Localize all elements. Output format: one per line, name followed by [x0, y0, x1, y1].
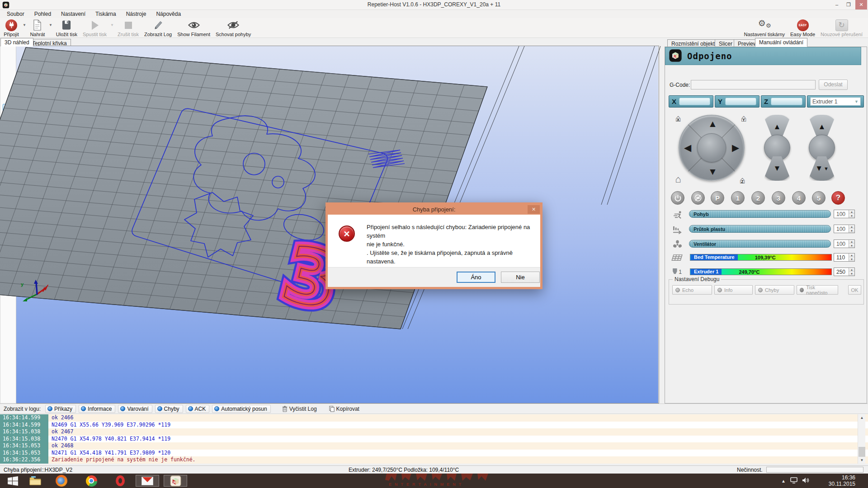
svg-text:R: R — [173, 480, 176, 484]
filter-ack-button[interactable]: ACK — [186, 405, 210, 413]
network-icon[interactable] — [790, 477, 797, 485]
z-jog-control[interactable]: ▲ ▼ — [762, 115, 793, 181]
hide-travel-button[interactable]: Schovat pohyby — [213, 18, 254, 38]
home-all-button[interactable]: ⌂ — [672, 174, 684, 185]
tab-manualni-ovladani[interactable]: Manuální ovládání — [755, 38, 807, 47]
preset-3-button[interactable]: 3 — [772, 191, 785, 205]
restore-icon[interactable]: ❐ — [843, 0, 854, 9]
home-y-button[interactable]: ⌂Y — [738, 113, 750, 124]
scroll-down-icon[interactable]: ▼ — [858, 457, 866, 464]
menu-nastroje[interactable]: Nástroje — [121, 11, 151, 17]
window-title: Repetier-Host V1.0.6 - HX3DP_COREXY_V1_2… — [0, 1, 868, 8]
jog-y-minus-icon[interactable]: ▼ — [708, 167, 717, 176]
load-button[interactable]: Nahrát — [27, 18, 48, 38]
menu-napoveda[interactable]: Nápověda — [151, 11, 186, 17]
preset-5-button[interactable]: 5 — [812, 191, 826, 205]
help-button[interactable]: ? — [831, 191, 845, 205]
spinner-arrows-icon[interactable]: ▲▼ — [849, 210, 854, 218]
power-button[interactable] — [671, 191, 684, 205]
spinner-arrows-icon[interactable]: ▲▼ — [849, 268, 854, 276]
load-dropdown-icon[interactable]: ▼ — [48, 13, 53, 38]
speed-multiply-spinner[interactable]: 100 ▲▼ — [834, 210, 855, 218]
jog-x-plus-icon[interactable]: ▶ — [732, 143, 739, 152]
chrome-icon[interactable] — [82, 475, 100, 487]
firefox-icon[interactable] — [52, 475, 71, 487]
bed-temperature-bar[interactable]: Bed Temperature 109,39°C — [690, 254, 832, 261]
file-explorer-icon[interactable] — [26, 475, 44, 487]
svg-text:y: y — [21, 282, 24, 287]
connect-button[interactable]: Připojit — [1, 18, 22, 38]
dialog-close-icon[interactable]: ✕ — [528, 205, 540, 214]
jog-center-knob[interactable] — [697, 133, 726, 162]
extruder-temperature-bar[interactable]: Extruder 1 249,70°C — [690, 268, 832, 275]
scrollbar-thumb[interactable] — [859, 447, 865, 457]
jog-x-minus-icon[interactable]: ◀ — [684, 143, 691, 152]
filter-autoscroll-button[interactable]: Automatický posun — [212, 405, 270, 413]
clear-log-button[interactable]: Vyčistit Log — [280, 405, 321, 413]
tab-rozmisteni-objektu[interactable]: Rozmístění objektů — [667, 39, 722, 47]
tab-slicer[interactable]: Slicer — [715, 39, 736, 47]
log-scrollbar[interactable]: ▲ ▼ — [858, 414, 865, 464]
minimize-icon[interactable]: – — [831, 0, 843, 9]
park-button[interactable]: P — [711, 191, 724, 205]
main-toolbar: Připojit ▼ Nahrát ▼ Uložit tisk Spustit … — [0, 18, 868, 38]
filter-errors-button[interactable]: Chyby — [155, 405, 183, 413]
show-log-button[interactable]: Zobrazit Log — [142, 18, 175, 38]
log-list[interactable]: 16:34:14.599ok 2466 16:34:14.599N2469 G1… — [0, 414, 868, 464]
filter-warnings-button[interactable]: Varování — [118, 405, 152, 413]
filter-commands-button[interactable]: Příkazy — [45, 405, 76, 413]
extrude-icon[interactable]: ▼▼ — [807, 156, 837, 181]
motors-off-button[interactable] — [691, 191, 705, 205]
status-temperatures: Extruder: 249,7/250°C Podložka: 109,4/11… — [349, 467, 459, 473]
opera-icon[interactable] — [111, 475, 129, 487]
spinner-arrows-icon[interactable]: ▲▼ — [849, 240, 854, 248]
status-connection: Chyba připojení::HX3DP_V2 — [4, 467, 72, 473]
scroll-up-icon[interactable]: ▲ — [858, 414, 866, 421]
copy-log-button[interactable]: Kopírovat — [327, 405, 363, 413]
gcode-input[interactable] — [691, 80, 816, 89]
extruder-select[interactable]: Extruder 1▼ — [810, 97, 861, 106]
log-row: 16:34:14.599N2469 G1 X55.66 Y39.969 E37.… — [0, 422, 868, 429]
mail-app-button[interactable] — [136, 475, 159, 487]
filter-info-button[interactable]: Informace — [79, 405, 115, 413]
menu-tiskarna[interactable]: Tiskárna — [90, 11, 121, 17]
xy-jog-pad[interactable]: ▲ ▼ ◀ ▶ — [679, 115, 745, 181]
save-print-button[interactable]: Uložit tisk — [53, 18, 80, 38]
connection-error-dialog: Chyba připojení: ✕ ✕ Připojení selhalo s… — [326, 202, 542, 289]
flow-multiply-slider[interactable]: Průtok plastu — [689, 225, 831, 233]
printer-settings-button[interactable]: ⚙⚙ Nastavení tiskárny — [741, 18, 788, 38]
yes-button[interactable]: Áno — [457, 272, 495, 283]
menu-nastaveni[interactable]: Nastavení — [56, 11, 90, 17]
cancel-print-button: Zrušit tisk — [115, 18, 142, 38]
tray-expand-icon[interactable]: ▲ — [781, 479, 786, 483]
jog-y-plus-icon[interactable]: ▲ — [708, 119, 717, 128]
fan-slider[interactable]: Ventilátor — [689, 240, 831, 248]
preset-4-button[interactable]: 4 — [792, 191, 806, 205]
bed-temperature-spinner[interactable]: 110 ▲▼ — [834, 253, 855, 262]
spinner-arrows-icon[interactable]: ▲▼ — [849, 253, 854, 261]
speed-multiply-slider[interactable]: Pohyb — [689, 210, 831, 218]
gcode-label: G-Code: — [670, 82, 690, 88]
preset-2-button[interactable]: 2 — [751, 191, 765, 205]
preset-1-button[interactable]: 1 — [731, 191, 745, 205]
taskbar-clock[interactable]: 16:36 30.11.2015 — [829, 474, 855, 487]
tab-3d-nahled[interactable]: 3D náhled — [0, 38, 33, 47]
home-z-button[interactable]: ⌂Z — [736, 175, 748, 186]
show-filament-button[interactable]: Show Filament — [175, 18, 213, 38]
fan-spinner[interactable]: 100 ▲▼ — [834, 239, 855, 248]
debug-echo-button: Echo — [672, 285, 712, 295]
volume-icon[interactable] — [802, 477, 809, 485]
close-icon[interactable]: ✕ — [855, 0, 867, 9]
z-down-icon[interactable]: ▼ — [762, 156, 793, 181]
no-button[interactable]: Nie — [501, 272, 540, 283]
extruder-temperature-spinner[interactable]: 250 ▲▼ — [834, 267, 855, 276]
repetier-host-taskbar-button[interactable]: R — [164, 475, 187, 487]
easy-mode-button[interactable]: EASY Easy Mode — [788, 18, 818, 38]
spinner-arrows-icon[interactable]: ▲▼ — [849, 225, 854, 233]
extruder-jog-control[interactable]: ▲ ▼▼ — [807, 115, 837, 181]
start-button[interactable] — [4, 475, 22, 487]
flow-multiply-spinner[interactable]: 100 ▲▼ — [834, 225, 855, 233]
connect-dropdown-icon[interactable]: ▼ — [22, 13, 27, 38]
home-x-button[interactable]: ⌂X — [672, 113, 684, 124]
send-gcode-button: Odeslat — [819, 80, 848, 90]
